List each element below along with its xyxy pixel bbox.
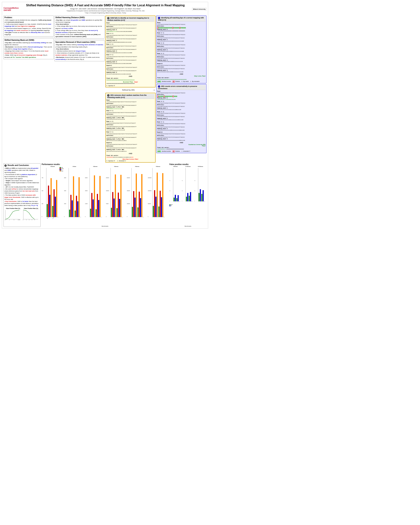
svg-text:3: 3: [32, 219, 32, 220]
fig3-and: AND: [106, 153, 154, 154]
fig1-final: Final bit-vector: 0000000000000000000010…: [157, 77, 205, 80]
svg-text:2: 2: [29, 219, 29, 220]
fig4-final: Final bit-vector: 0000000000000111100000…: [157, 147, 205, 150]
svg-rect-42: [76, 196, 77, 217]
col1: Problem: • NGS mappers can be divided in…: [3, 16, 54, 163]
svg-rect-26: [54, 189, 55, 217]
shm-body: • Key idea: SHM identifies matching by i…: [4, 42, 53, 58]
svg-rect-24: [51, 178, 52, 217]
svg-rect-65: [111, 208, 112, 217]
svg-text:600000: 600000: [127, 177, 130, 178]
perf-chart-1-svg: 0 2000 4000 6000: [64, 167, 82, 219]
svg-text:50000: 50000: [85, 177, 88, 178]
svg-text:2000: 2000: [64, 203, 66, 204]
bottom-row: 5 Results and Conclusion: • SHM and SRS …: [3, 163, 206, 227]
problem-body: • NGS mappers can be divided into two ca…: [4, 19, 53, 36]
fp-chart-grid: 0 Errors 0 12 25: [169, 166, 206, 225]
col2: Shifted Hamming Distance (SHD): • Key id…: [55, 16, 105, 163]
fig3-final: Final bit-vector: 0000000000100111111110…: [106, 155, 154, 158]
svg-text:0: 0: [5, 219, 5, 220]
fig3-header: 3 SRS removes short random matches from …: [106, 94, 154, 99]
fig2-sequences: Read: TTCCCAGCACAGACGCATAGCCTGGTCTTTGTCG…: [106, 22, 154, 75]
shd-title: Shifted Hamming Distance (SHD):: [55, 17, 104, 19]
fig1-note: Only 1 error. Pass!: [157, 75, 205, 77]
false-pos-chart2: False Positive Rate (%) 0 1 2 3 4 SRS: [22, 208, 40, 221]
svg-rect-106: [174, 197, 175, 201]
svg-rect-126: [201, 194, 202, 201]
header-logos-row: CarnegieMellon SAFARI Shifted Hamming Di…: [3, 3, 206, 15]
svg-text:ERR0: ERR0: [47, 217, 49, 219]
svg-rect-109: [177, 195, 179, 201]
svg-text:8: 8: [14, 219, 14, 220]
svg-rect-25: [52, 206, 53, 217]
svg-rect-21: [47, 204, 48, 217]
fig2-result: No errors? Pass: [123, 81, 133, 83]
svg-rect-37: [69, 210, 70, 217]
perf-chart-3-svg: 0 75000 150000 250000: [106, 167, 123, 219]
svg-rect-95: [155, 197, 157, 217]
svg-rect-51: [90, 209, 91, 217]
perf-chart-grid: 0 Errors 0 250 500 750: [42, 166, 168, 225]
fp-0-errors: 0 Errors 0 12 25: [169, 166, 181, 225]
perf-chart-0-svg: 0 250 500 750: [42, 167, 59, 219]
svg-rect-115: [186, 197, 187, 201]
svg-text:25000: 25000: [85, 190, 88, 191]
fig3-section: 3 SRS removes short random matches from …: [105, 93, 156, 163]
svg-rect-54: [94, 175, 95, 217]
svg-text:0: 0: [64, 216, 65, 217]
fig2-and: AND: [106, 75, 154, 77]
fig1-legend: CAT: Identical section A Deletion 0 : Bp…: [157, 81, 205, 82]
svg-rect-117: [189, 196, 190, 201]
shm-title: Shifted Hamming Mask-set (SHM):: [4, 39, 53, 41]
svg-rect-40: [73, 176, 74, 217]
svg-rect-84: [139, 192, 140, 217]
fp-chart-1-3-svg: 0 25 50: [182, 167, 193, 204]
shd-body: • Key idea: use simple bit-parallel and …: [55, 19, 104, 38]
fp-curve-svg: 0 4 8 12 15 Error Threshold (e): [4, 209, 21, 220]
svg-text:400000: 400000: [127, 190, 130, 191]
fp-4-5-errors: 4-5 Errors 0 25 50: [195, 166, 206, 225]
svg-text:250: 250: [42, 203, 43, 204]
perf-title: Performance results:: [42, 163, 168, 165]
col4: 1 Identifying all matching bps of a corr…: [156, 16, 206, 163]
fig1-sequences: Read: TCCATTGACATTCGTGACTCTCCTTCTCTCCCAC…: [157, 22, 205, 73]
srs-title: Speculative Removal of Short-matches (SR…: [55, 41, 104, 43]
svg-rect-39: [72, 200, 73, 217]
svg-text:1500000: 1500000: [148, 177, 151, 178]
cmu-logo: CarnegieMellon SAFARI: [3, 7, 19, 11]
svg-text:12 15: 12 15: [18, 219, 20, 220]
svg-rect-82: [136, 174, 137, 217]
problem-title: Problem:: [4, 17, 53, 19]
perf-0-errors: 0 Errors 0 250 500 750: [42, 166, 64, 225]
svg-rect-56: [97, 194, 98, 217]
fig4-legend: CAT: Identical section A Deletion 1 : Am…: [157, 150, 205, 152]
svg-rect-67: [113, 198, 115, 217]
svg-rect-81: [134, 197, 136, 217]
perf-3-errors: 3 Errors 0 75000 150000 250000: [106, 166, 126, 225]
svg-rect-83: [137, 207, 139, 217]
svg-text:ERR1: ERR1: [52, 217, 55, 219]
fig4-section: 4 SRS counts errors conservatively to pr…: [156, 84, 206, 153]
svg-text:0: 0: [195, 201, 195, 201]
svg-rect-99: [161, 197, 162, 217]
problem-section: Problem: • NGS mappers can be divided in…: [3, 16, 54, 37]
svg-text:25: 25: [169, 180, 170, 181]
perf-chart-5-svg: 0 500000 1000000 1500000: [148, 167, 165, 219]
svg-text:50: 50: [182, 180, 183, 181]
fig2-final: Final bit-vector: 0000000000000000000000…: [106, 78, 154, 81]
perf-chart-2-svg: 0 12500 25000 50000: [85, 167, 103, 219]
svg-text:0: 0: [169, 201, 170, 201]
svg-rect-70: [118, 193, 119, 217]
svg-rect-79: [132, 207, 133, 217]
svg-text:1: 1: [26, 219, 27, 220]
fp-srs-svg: 0 1 2 3 4 SRS Threshold: [22, 209, 39, 220]
svg-text:1000000: 1000000: [148, 190, 151, 191]
svg-text:0: 0: [127, 216, 127, 217]
svg-rect-86: [141, 174, 142, 217]
false-positive-charts-area: False positive results: 0 Errors 0 12 2: [169, 163, 206, 227]
fig3-result: More than 2 errors. Filter!: [123, 159, 138, 160]
perf-5-errors: 5 Errors 0 500000 1000000 1500000: [148, 166, 168, 225]
main-grid: Problem: • NGS mappers can be divided in…: [3, 16, 206, 227]
results-title: 5 Results and Conclusion:: [4, 164, 40, 167]
svg-rect-116: [187, 193, 188, 201]
